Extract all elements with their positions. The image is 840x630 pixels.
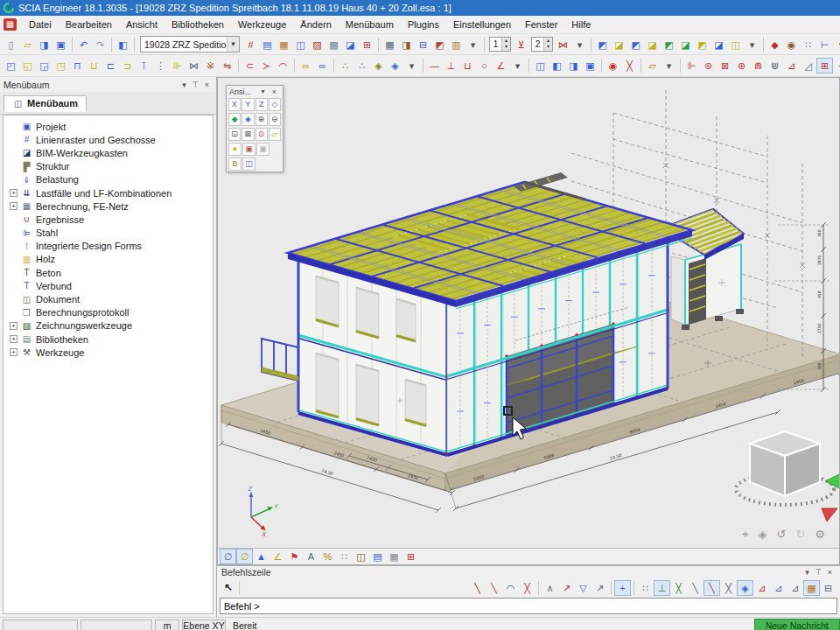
snap-pt2-icon[interactable]: ⊿	[770, 580, 787, 596]
tree-item-dokument[interactable]: ◫Dokument	[4, 292, 213, 305]
view-dot-icon[interactable]: ◉	[605, 58, 621, 74]
bim-tool-icon[interactable]: ◆	[766, 37, 783, 52]
expander-icon[interactable]: +	[10, 202, 18, 210]
wall-tool-3-icon[interactable]: ◩	[627, 37, 644, 52]
layer-spinner[interactable]: 2▴▾	[531, 37, 553, 52]
erase-icon[interactable]: ╳	[621, 58, 638, 74]
snap-line2-icon[interactable]: ╲	[486, 580, 502, 596]
undo-icon[interactable]: ↶	[75, 37, 92, 52]
snap-diag3-icon[interactable]: ╳	[720, 580, 737, 596]
activity-more-icon[interactable]: ▾	[571, 37, 588, 52]
link-members-icon[interactable]: ∞	[314, 58, 331, 74]
menu-item[interactable]: Einstellungen	[446, 17, 518, 33]
expander-icon[interactable]: +	[10, 348, 18, 356]
conn-7-icon[interactable]: ⊿	[783, 58, 800, 74]
tree-item-belastung[interactable]: ⇓Belastung	[4, 173, 213, 186]
wall-tool-2-icon[interactable]: ◪	[611, 37, 627, 52]
support-icon[interactable]: ≻	[258, 58, 275, 74]
snap-pt3-icon[interactable]: ⊿	[787, 580, 803, 596]
zoom-all-icon[interactable]: ⊠	[242, 128, 254, 141]
new-window-icon[interactable]: ◧	[115, 37, 131, 52]
link-tool-icon[interactable]: ⊞	[359, 37, 375, 52]
member-list-icon[interactable]: ⋮	[152, 58, 169, 74]
wall-more-icon[interactable]: ▾	[744, 37, 760, 52]
balcony-frame[interactable]	[262, 339, 298, 381]
menu-item[interactable]: Plugins	[401, 17, 446, 33]
conn-5-icon[interactable]: ⋒	[750, 58, 766, 74]
snap-vector-icon[interactable]: ↗	[558, 580, 575, 596]
expander-icon[interactable]: +	[10, 322, 18, 330]
zoom-in-icon[interactable]: ⊕	[256, 113, 268, 126]
snap-grid-icon[interactable]: ∷	[637, 580, 654, 596]
zoom-out-icon[interactable]: ⊖	[269, 113, 281, 126]
gen-more-icon[interactable]: ▾	[403, 58, 420, 74]
view-x-icon[interactable]: X	[228, 98, 241, 111]
view-axo-icon[interactable]: ◇	[269, 98, 281, 111]
perspective-icon[interactable]: ◆	[228, 113, 241, 126]
show-grid-icon[interactable]: ⊞	[402, 549, 419, 564]
draw-circle-icon[interactable]: ○	[476, 58, 493, 74]
menu-item[interactable]: Bearbeiten	[59, 17, 119, 33]
style-wire-icon[interactable]: ∅	[220, 549, 236, 564]
wall-tool-5-icon[interactable]: ◩	[661, 37, 677, 52]
nav-zoom-icon[interactable]: ⌖	[742, 528, 748, 542]
conn-4-icon[interactable]: ⊛	[733, 58, 750, 74]
menu-item[interactable]: Hilfe	[564, 17, 598, 33]
tree-item-idf[interactable]: ⊺Integrierte Design Forms	[4, 240, 213, 253]
catalog-icon[interactable]: ▦	[276, 37, 292, 52]
tree-item-zeichnungswerkzeuge[interactable]: +▨Zeichnungswerkzeuge	[4, 319, 213, 332]
command-input[interactable]	[220, 598, 837, 614]
tree-item-ergebnisse[interactable]: ∪Ergebnisse	[4, 213, 213, 226]
clip-3-icon[interactable]: ◨	[565, 58, 582, 74]
command-close-icon[interactable]: ×	[824, 568, 836, 577]
snap-table-icon[interactable]: ▦	[803, 580, 820, 596]
conn-2-icon[interactable]: ⊚	[700, 58, 717, 74]
snap-cursor-icon[interactable]: +	[614, 580, 631, 596]
command-dropdown-icon[interactable]: ▾	[802, 568, 813, 577]
draw-perp-icon[interactable]: ⊥	[443, 58, 459, 74]
rotate-right-arrow[interactable]	[825, 473, 839, 489]
new-message-button[interactable]: Neue Nachricht	[754, 619, 840, 630]
palette-close-icon[interactable]: ×	[269, 88, 280, 96]
tree-item-werkzeuge[interactable]: +⚒Werkzeuge	[4, 346, 213, 359]
tree-item-linienraster[interactable]: #Linienraster und Geschosse	[4, 133, 213, 146]
member-beam-icon[interactable]: ◰	[3, 58, 19, 74]
light-icon[interactable]: ●	[228, 143, 242, 156]
document-tool-icon[interactable]: ◪	[342, 37, 359, 52]
report-icon[interactable]: ◩	[431, 37, 448, 52]
snap-end-icon[interactable]: ⊟	[820, 580, 836, 596]
tree-item-stahl[interactable]: ⊫Stahl	[4, 227, 213, 240]
panel-pin-icon[interactable]: ⊤	[190, 80, 201, 89]
tree-item-beton[interactable]: TBeton	[4, 266, 213, 279]
member-plate-icon[interactable]: ◲	[36, 58, 52, 74]
menu-item[interactable]: Fenster	[518, 17, 564, 33]
tree-item-projekt[interactable]: ▣Projekt	[4, 120, 213, 133]
swap-icon[interactable]: ⇋	[219, 58, 235, 74]
tools-more-icon[interactable]: ▾	[833, 37, 840, 52]
print-more-icon[interactable]: ▾	[465, 37, 481, 52]
wall-tool-9-icon[interactable]: ◫	[727, 37, 744, 52]
show-mesh-icon[interactable]: ∷	[336, 549, 353, 564]
snap-plane-icon[interactable]: ▽	[575, 580, 592, 596]
member-column-icon[interactable]: ◱	[19, 58, 36, 74]
draw-more-icon[interactable]: ▾	[509, 58, 526, 74]
member-panel-icon[interactable]: ⊐	[119, 58, 136, 74]
snap-diag1-icon[interactable]: ╲	[687, 580, 704, 596]
hinge-icon[interactable]: ⊂	[242, 58, 258, 74]
expander-icon[interactable]: +	[10, 189, 18, 197]
tree-item-holz[interactable]: ▥Holz	[4, 253, 213, 266]
combo-dropdown-icon[interactable]: ▾	[227, 37, 239, 52]
menu-item[interactable]: Ansicht	[119, 17, 164, 33]
snap-line-icon[interactable]: ╲	[469, 580, 486, 596]
clip-b-icon[interactable]: B	[228, 158, 242, 171]
layers-icon[interactable]: ▤	[259, 37, 276, 52]
mesh-tool-icon[interactable]: ∷	[800, 37, 816, 52]
view-y-icon[interactable]: Y	[242, 98, 254, 111]
snap-cross-icon[interactable]: ╳	[670, 580, 687, 596]
panel-close-icon[interactable]: ×	[201, 80, 213, 89]
new-icon[interactable]: ▯	[3, 37, 19, 52]
view-save-icon[interactable]: ▱	[269, 128, 281, 141]
member-truss-icon[interactable]: ⊺	[136, 58, 152, 74]
tree-item-lastfaelle[interactable]: +⇊Lastfälle und LF-Kombinationen	[4, 186, 213, 200]
tree-item-bim-werkzeugkasten[interactable]: ◪BIM-Werkzeugkasten	[4, 146, 213, 159]
